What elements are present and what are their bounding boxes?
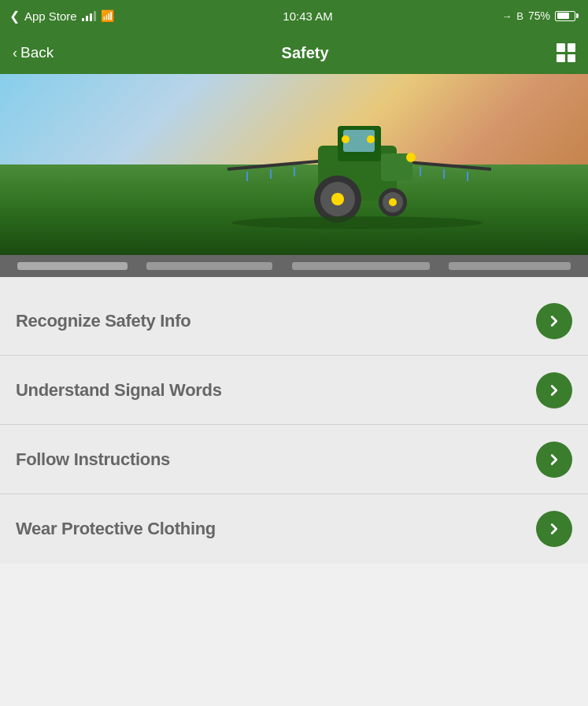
back-label: Back — [20, 44, 54, 61]
chevron-button-signal-words[interactable] — [536, 372, 572, 408]
back-chevron-icon: ‹ — [13, 45, 17, 61]
location-icon: → — [501, 10, 512, 22]
menu-label-signal-words: Understand Signal Words — [16, 380, 222, 401]
menu-item-follow-instructions[interactable]: Follow Instructions — [0, 425, 588, 494]
bluetooth-icon: B — [516, 10, 523, 22]
status-right: → B 75% — [501, 9, 579, 22]
carrier-label: App Store — [24, 9, 77, 23]
back-button[interactable]: ‹ Back — [13, 44, 54, 61]
svg-point-14 — [406, 153, 416, 162]
svg-point-6 — [367, 135, 375, 143]
carousel-dot-1[interactable] — [17, 262, 128, 270]
status-left: ❮ App Store 📶 — [9, 9, 114, 24]
menu-list: Recognize Safety Info Understand Signal … — [0, 286, 588, 564]
svg-point-9 — [331, 193, 344, 205]
status-bar: ❮ App Store 📶 10:43 AM → B 75% — [0, 0, 588, 31]
status-time: 10:43 AM — [283, 9, 332, 23]
page-title: Safety — [282, 44, 329, 62]
chevron-right-icon — [545, 312, 563, 330]
wifi-icon: 📶 — [101, 9, 114, 22]
grid-icon — [557, 43, 575, 62]
menu-item-signal-words[interactable]: Understand Signal Words — [0, 356, 588, 425]
battery-icon — [555, 11, 579, 21]
menu-item-recognize-safety[interactable]: Recognize Safety Info — [0, 286, 588, 356]
svg-line-0 — [227, 161, 318, 169]
menu-item-protective-clothing[interactable]: Wear Protective Clothing — [0, 494, 588, 564]
back-arrow-status: ❮ — [9, 9, 20, 24]
chevron-right-icon — [545, 382, 563, 399]
carousel-dot-4[interactable] — [449, 262, 571, 270]
carousel-dot-2[interactable] — [146, 262, 272, 270]
menu-label-follow-instructions: Follow Instructions — [16, 449, 170, 470]
svg-point-21 — [231, 216, 483, 229]
chevron-right-icon — [545, 520, 563, 538]
spacer-top — [0, 277, 588, 286]
battery-percent: 75% — [528, 9, 550, 22]
nav-bar: ‹ Back Safety — [0, 31, 588, 74]
chevron-button-follow-instructions[interactable] — [536, 442, 572, 478]
svg-point-12 — [389, 198, 397, 206]
hero-image — [0, 74, 588, 255]
svg-point-5 — [342, 135, 349, 143]
grid-view-button[interactable] — [557, 43, 575, 62]
carousel-dot-3[interactable] — [292, 262, 430, 270]
chevron-right-icon — [545, 451, 563, 468]
carousel-indicators — [0, 255, 588, 277]
menu-label-protective-clothing: Wear Protective Clothing — [16, 519, 216, 539]
chevron-button-recognize-safety[interactable] — [536, 303, 572, 339]
menu-label-recognize-safety: Recognize Safety Info — [16, 311, 190, 331]
tractor-illustration — [224, 106, 491, 232]
signal-bars — [82, 10, 96, 21]
chevron-button-protective-clothing[interactable] — [536, 511, 572, 547]
